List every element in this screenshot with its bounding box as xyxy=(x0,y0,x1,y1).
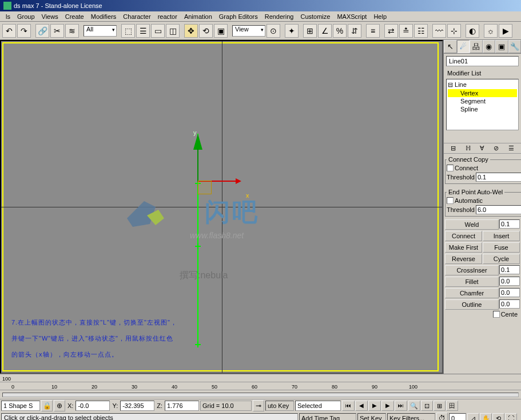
time-ruler[interactable]: 0 10 20 30 40 50 60 70 80 90 100 xyxy=(0,382,521,390)
menu-views[interactable]: Views xyxy=(38,13,62,20)
pan-button[interactable]: ✋ xyxy=(480,413,492,420)
crossinsert-value[interactable] xyxy=(499,265,520,274)
vertex-marker[interactable] xyxy=(195,243,201,249)
zoom-extents-button[interactable]: ⊞ xyxy=(433,401,446,411)
fillet-value[interactable] xyxy=(499,277,520,286)
menu-help[interactable]: Help xyxy=(370,13,390,20)
automatic-checkbox[interactable] xyxy=(447,197,454,204)
use-pivot-center-button[interactable]: ⊙ xyxy=(267,24,280,38)
named-selset-button[interactable]: ≡ xyxy=(366,24,380,38)
menu-grapheditors[interactable]: Graph Editors xyxy=(216,13,261,20)
menu-file[interactable]: ls xyxy=(2,13,14,20)
menu-modifiers[interactable]: Modifiers xyxy=(88,13,120,20)
zoom-extents-all-button[interactable]: 田 xyxy=(446,401,458,411)
center-checkbox[interactable] xyxy=(493,311,500,318)
connect-checkbox[interactable] xyxy=(447,165,454,171)
menu-character[interactable]: Character xyxy=(120,13,154,20)
spinner-snap-button[interactable]: ⇵ xyxy=(348,24,361,38)
stack-spline[interactable]: Spline xyxy=(448,105,517,113)
tab-motion[interactable]: ◉ xyxy=(483,40,496,53)
z-field[interactable]: 1.776 xyxy=(165,401,199,411)
make-unique-icon[interactable]: ∀ xyxy=(480,145,484,152)
time-ruler-top[interactable]: 100 xyxy=(0,374,521,382)
viewport-left[interactable]: x y 闪吧 www.flash8.net 撰写:nebula 7.在上幅图的状… xyxy=(0,40,443,374)
crossinsert-button[interactable]: CrossInser xyxy=(445,265,499,275)
current-frame-field[interactable]: 0 xyxy=(449,413,466,420)
zoom-all-button[interactable]: ⊡ xyxy=(421,401,433,411)
window-crossing-button[interactable]: ◫ xyxy=(166,24,180,38)
pin-stack-icon[interactable]: ⊟ xyxy=(451,145,456,152)
select-region-rect-button[interactable]: ▭ xyxy=(151,24,165,38)
prev-frame-button[interactable]: ◀ xyxy=(355,401,368,411)
selection-filter-dropdown[interactable]: All xyxy=(83,25,117,37)
modifier-list-label[interactable]: Modifier List xyxy=(444,69,521,78)
cycle-button[interactable]: Cycle xyxy=(483,254,520,264)
curve-editor-button[interactable]: 〰 xyxy=(432,24,446,38)
bind-spacewarp-button[interactable]: ≋ xyxy=(65,24,79,38)
tab-modify[interactable]: ☄ xyxy=(457,40,470,53)
weld-value[interactable] xyxy=(499,219,520,229)
y-field[interactable]: -32.395 xyxy=(120,401,154,411)
tab-utilities[interactable]: 🔧 xyxy=(508,40,522,53)
menu-animation[interactable]: Animation xyxy=(181,13,216,20)
threshold-field[interactable] xyxy=(476,173,521,182)
select-manipulate-button[interactable]: ✦ xyxy=(285,24,299,38)
chamfer-button[interactable]: Chamfer xyxy=(445,288,499,298)
key-icon[interactable]: ⊸ xyxy=(253,400,264,411)
select-move-button[interactable]: ✥ xyxy=(184,24,198,38)
makefirst-button[interactable]: Make First xyxy=(445,242,482,253)
autokey-button[interactable]: uto Key xyxy=(265,401,294,411)
schematic-view-button[interactable]: ⊹ xyxy=(447,24,461,38)
outline-button[interactable]: Outline xyxy=(445,299,499,310)
modifier-stack[interactable]: ⊟ Line Vertex Segment Spline xyxy=(446,79,519,130)
select-object-button[interactable]: ⬚ xyxy=(121,24,135,38)
stack-segment[interactable]: Segment xyxy=(448,97,517,105)
connect-button[interactable]: Connect xyxy=(445,231,482,241)
angle-snap-button[interactable]: ∠ xyxy=(318,24,332,38)
keymode-dropdown[interactable]: Selected xyxy=(295,401,341,411)
object-name-field[interactable]: Line01 xyxy=(446,56,519,66)
outline-value[interactable] xyxy=(499,299,520,309)
maximize-viewport-button[interactable]: ⛶ xyxy=(505,413,517,420)
gizmo-y-axis[interactable] xyxy=(197,149,198,182)
play-button[interactable]: ▶ xyxy=(368,401,381,411)
fuse-button[interactable]: Fuse xyxy=(483,242,520,253)
goto-end-button[interactable]: ⏭ xyxy=(395,401,407,411)
x-field[interactable]: -0.0 xyxy=(75,401,110,411)
gizmo-y-arrow-icon[interactable] xyxy=(193,134,202,150)
remove-mod-icon[interactable]: ⊘ xyxy=(494,145,499,152)
snap-toggle-button[interactable]: ⊞ xyxy=(303,24,317,38)
menu-group[interactable]: Group xyxy=(14,13,38,20)
fov-button[interactable]: ⊿ xyxy=(467,413,479,420)
menu-maxscript[interactable]: MAXScript xyxy=(333,13,370,20)
tab-hierarchy[interactable]: 品 xyxy=(470,40,483,53)
vertex-marker[interactable] xyxy=(195,342,201,347)
add-time-tag[interactable]: Add Time Tag xyxy=(299,413,356,420)
select-rotate-button[interactable]: ⟲ xyxy=(199,24,213,38)
mirror-button[interactable]: ⇄ xyxy=(384,24,398,38)
render-scene-button[interactable]: ☼ xyxy=(484,24,498,38)
menu-reactor[interactable]: reactor xyxy=(154,13,181,20)
lock-selection-button[interactable]: 🔒 xyxy=(41,400,53,411)
fillet-button[interactable]: Fillet xyxy=(445,277,499,287)
show-result-icon[interactable]: ℍ xyxy=(466,145,471,152)
zoom-button[interactable]: 🔍 xyxy=(408,401,420,411)
chamfer-value[interactable] xyxy=(499,288,520,297)
time-slider-track[interactable] xyxy=(0,390,521,399)
tab-display[interactable]: ▣ xyxy=(495,40,508,53)
select-scale-button[interactable]: ▣ xyxy=(214,24,228,38)
insert-button[interactable]: Insert xyxy=(483,231,520,241)
threshold2-field[interactable] xyxy=(476,205,521,214)
stack-line[interactable]: ⊟ Line xyxy=(448,81,517,89)
link-button[interactable]: 🔗 xyxy=(35,24,49,38)
reverse-button[interactable]: Reverse xyxy=(445,254,482,264)
key-filters-button[interactable]: Key Filters... xyxy=(387,413,435,420)
stack-vertex[interactable]: Vertex xyxy=(448,89,517,97)
gizmo-xy-plane[interactable] xyxy=(198,181,212,194)
next-frame-button[interactable]: ▶ xyxy=(381,401,394,411)
ref-coord-dropdown[interactable]: View xyxy=(232,25,265,37)
configure-sets-icon[interactable]: ☰ xyxy=(508,145,514,152)
select-by-name-button[interactable]: ☰ xyxy=(136,24,150,38)
unlink-button[interactable]: ✂ xyxy=(50,24,64,38)
undo-button[interactable]: ↶ xyxy=(2,24,16,38)
